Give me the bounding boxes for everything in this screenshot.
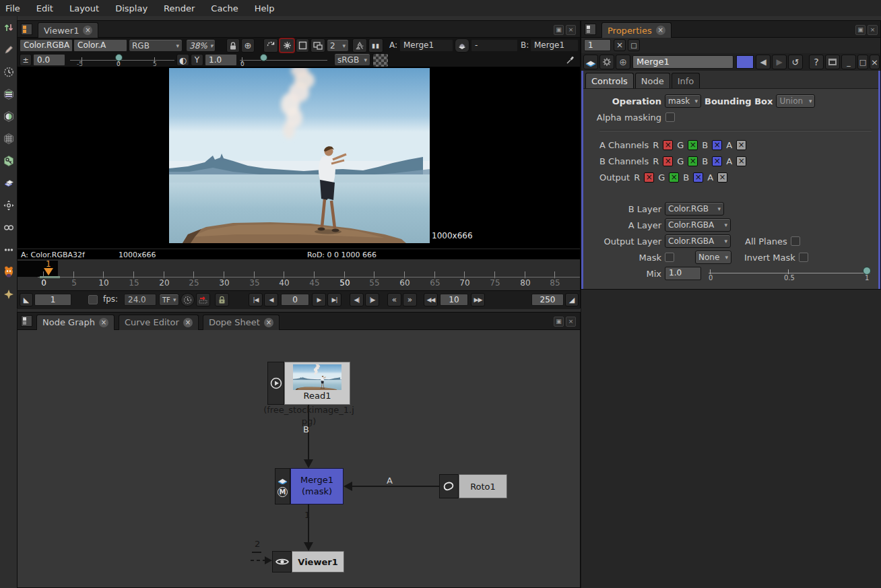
views-icon[interactable] bbox=[0, 216, 17, 238]
float-pane-icon[interactable]: ▣ bbox=[554, 317, 564, 327]
gain-slider-handle[interactable] bbox=[115, 54, 123, 61]
node-read1[interactable]: Read1 bbox=[267, 362, 350, 405]
gain-region-icon[interactable] bbox=[296, 38, 309, 53]
gamma-field[interactable]: 1.0 bbox=[205, 54, 237, 66]
maximize-button[interactable]: □ bbox=[857, 55, 868, 69]
stack-count-field[interactable]: 1 bbox=[584, 39, 611, 51]
output-green-checkbox[interactable]: × bbox=[669, 172, 679, 183]
menu-edit[interactable]: Edit bbox=[36, 3, 53, 13]
tab-info[interactable]: Info bbox=[672, 73, 700, 88]
realtime-clock-icon[interactable] bbox=[181, 293, 195, 306]
tab-controls[interactable]: Controls bbox=[585, 73, 634, 88]
range-end-field[interactable]: 250 bbox=[531, 294, 564, 306]
tf-select[interactable]: TF▾ bbox=[159, 294, 179, 306]
goto-end-button[interactable]: ▶| bbox=[327, 293, 341, 306]
channel-display-select[interactable]: RGB▾ bbox=[129, 39, 183, 52]
float-pane-icon[interactable]: ▣ bbox=[855, 25, 866, 35]
wipe-mode-field[interactable]: - bbox=[471, 39, 518, 52]
monitor-out-icon[interactable] bbox=[311, 38, 325, 53]
read-play-icon[interactable] bbox=[267, 362, 284, 405]
node-window-icon[interactable] bbox=[825, 55, 840, 69]
close-pane-icon[interactable]: × bbox=[868, 25, 878, 35]
tab-curve-editor[interactable]: Curve Editor× bbox=[119, 315, 199, 330]
range-lock-checkbox[interactable] bbox=[88, 295, 98, 304]
add-icon[interactable]: ⊕ bbox=[616, 55, 630, 69]
b-green-checkbox[interactable]: × bbox=[688, 156, 698, 166]
revert-button[interactable]: ↺ bbox=[788, 55, 803, 69]
fps-field[interactable]: 24.0 bbox=[124, 294, 156, 306]
fwd-increment-button[interactable]: ▶▶ bbox=[471, 293, 485, 306]
gamma-icon[interactable]: Y bbox=[191, 54, 203, 66]
menu-file[interactable]: File bbox=[5, 3, 20, 13]
back-increment-button[interactable]: ◀◀ bbox=[424, 293, 438, 306]
invert-mask-checkbox[interactable] bbox=[799, 253, 808, 262]
next-keyframe-button[interactable]: » bbox=[403, 293, 417, 306]
tab-dope-sheet[interactable]: Dope Sheet× bbox=[203, 315, 280, 330]
flipbook-render-icon[interactable] bbox=[196, 293, 210, 306]
close-tab-icon[interactable]: × bbox=[656, 26, 665, 35]
checkerboard-icon[interactable] bbox=[372, 53, 389, 67]
node-color-swatch[interactable] bbox=[736, 55, 754, 69]
gain-slider[interactable]: -5 0 5 bbox=[70, 54, 174, 67]
colorspace-select[interactable]: sRGB▾ bbox=[334, 53, 370, 66]
timeline[interactable]: 1 0 5 10 15 20 25 30 35 40 45 50 55 60 6… bbox=[18, 259, 580, 290]
roi-gear-icon[interactable] bbox=[280, 38, 294, 53]
zoom-fit-icon[interactable]: ⊕ bbox=[241, 38, 255, 53]
a-layer-select[interactable]: Color.RGBA▾ bbox=[665, 218, 731, 232]
alpha-masking-checkbox[interactable] bbox=[665, 112, 675, 122]
prev-keyframe-button[interactable]: « bbox=[387, 293, 401, 306]
sparkle-icon[interactable] bbox=[0, 283, 17, 305]
step-back-button[interactable]: ◀| bbox=[350, 293, 364, 306]
a-green-checkbox[interactable]: × bbox=[688, 140, 698, 150]
play-forward-button[interactable]: ▶ bbox=[312, 293, 326, 306]
close-tab-icon[interactable]: × bbox=[183, 318, 193, 327]
range-end-corner-icon[interactable]: ◢ bbox=[565, 293, 579, 306]
a-input-field[interactable]: Merge1 bbox=[399, 39, 453, 52]
layer-select[interactable]: Color.RGBA bbox=[20, 39, 73, 52]
minimize-button[interactable]: _ bbox=[841, 55, 856, 69]
range-start-field[interactable]: 1 bbox=[34, 294, 71, 306]
b-layer-select[interactable]: Color.RGB▾ bbox=[665, 202, 724, 216]
undo-arrow-button[interactable]: ◀ bbox=[756, 55, 771, 69]
eyedropper-icon[interactable] bbox=[563, 53, 578, 66]
menu-cache[interactable]: Cache bbox=[211, 3, 238, 13]
contrast-icon[interactable]: ◐ bbox=[176, 54, 189, 66]
lock-zoom-icon[interactable] bbox=[226, 38, 240, 53]
filter-icon[interactable] bbox=[0, 127, 17, 150]
current-frame-field[interactable]: 0 bbox=[281, 294, 309, 306]
transform-icon[interactable] bbox=[0, 194, 17, 216]
draw-icon[interactable] bbox=[0, 38, 17, 61]
mix-slider[interactable]: 0 0.5 1 bbox=[709, 267, 872, 280]
b-blue-checkbox[interactable]: × bbox=[712, 156, 722, 166]
pane-menu-icon[interactable] bbox=[21, 315, 32, 327]
gamma-slider[interactable]: 0 bbox=[240, 54, 327, 67]
plugin-mascot-icon[interactable] bbox=[0, 261, 17, 283]
mask-checkbox[interactable] bbox=[665, 253, 674, 262]
close-panel-button[interactable]: × bbox=[870, 55, 880, 69]
other-icon[interactable] bbox=[0, 238, 17, 261]
redo-arrow-button[interactable]: ▶ bbox=[772, 55, 787, 69]
image-icon[interactable] bbox=[0, 16, 17, 38]
mix-slider-handle[interactable] bbox=[863, 267, 871, 275]
clear-panels-button[interactable]: × bbox=[614, 39, 626, 51]
pane-menu-icon[interactable] bbox=[585, 24, 596, 35]
tab-properties[interactable]: Properties × bbox=[601, 22, 672, 38]
refresh-icon[interactable] bbox=[263, 38, 278, 53]
a-blue-checkbox[interactable]: × bbox=[712, 140, 722, 150]
nodegraph-canvas[interactable]: B A 1 2 Read1 (free_stockimage_1.j pg) bbox=[18, 330, 580, 587]
float-pane-icon[interactable]: ▣ bbox=[554, 25, 564, 35]
pause-icon[interactable]: ▮▮ bbox=[368, 38, 383, 53]
menu-display[interactable]: Display bbox=[115, 3, 148, 13]
b-red-checkbox[interactable]: × bbox=[663, 156, 673, 166]
gain-toggle-icon[interactable]: ± bbox=[20, 54, 32, 66]
a-red-checkbox[interactable]: × bbox=[663, 140, 673, 150]
close-tab-icon[interactable]: × bbox=[99, 318, 108, 327]
gain-field[interactable]: 0.0 bbox=[33, 54, 65, 66]
bbox-select[interactable]: Union▾ bbox=[776, 94, 815, 108]
color-icon[interactable] bbox=[0, 105, 17, 127]
tab-node-graph[interactable]: Node Graph× bbox=[36, 315, 115, 330]
close-pane-icon[interactable]: × bbox=[566, 317, 576, 327]
node-merge1[interactable]: M Merge1 (mask) bbox=[275, 468, 344, 504]
playback-lock-icon[interactable] bbox=[215, 293, 229, 306]
all-planes-checkbox[interactable] bbox=[791, 236, 800, 246]
